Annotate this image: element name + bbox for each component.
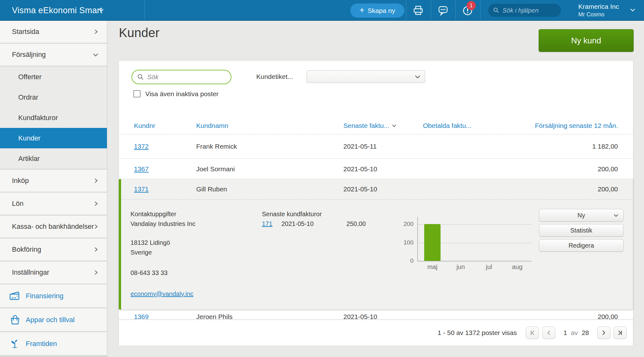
column-header-senaste-faktura[interactable]: Senaste faktu... <box>343 122 423 129</box>
chart-y-axis <box>417 217 418 261</box>
topbar-divider <box>480 0 480 20</box>
statistics-button[interactable]: Statistik <box>539 224 624 237</box>
sidebar-item-kunder[interactable]: Kunder <box>0 128 107 148</box>
next-page-button[interactable] <box>597 327 610 339</box>
chart-x-axis <box>417 261 531 261</box>
of-label: av <box>571 329 578 337</box>
first-page-button[interactable] <box>526 327 539 339</box>
latest-invoice-date: 2021-05-11 <box>343 143 423 150</box>
current-page: 1 <box>564 329 567 337</box>
table-row-expanded[interactable]: 1371 Gill Ruben 2021-05-10 200,00 <box>119 179 633 200</box>
latest-invoice-date: 2021-05-10 <box>343 313 423 320</box>
contact-email-link[interactable]: economy@vandaly.inc <box>130 290 193 297</box>
previous-page-button[interactable] <box>542 327 555 339</box>
customer-number-link[interactable]: 1369 <box>134 313 149 320</box>
column-header-obetalda-fakturor[interactable]: Obetalda faktu... <box>423 122 500 129</box>
page-title: Kunder <box>119 26 159 40</box>
sidebar-item-kassa-och-bankhandelser[interactable]: Kassa- och bankhändelser <box>0 216 107 238</box>
customer-number-link[interactable]: 1367 <box>134 165 149 173</box>
customer-number-link[interactable]: 1371 <box>134 185 149 193</box>
chevron-right-icon <box>93 270 99 275</box>
topbar-divider <box>406 0 406 20</box>
sidebar-item-installningar[interactable]: Inställningar <box>0 261 107 283</box>
sales-12-months: 1 182,00 <box>500 143 618 150</box>
invoice-amount: 250,00 <box>334 219 366 229</box>
customer-detail: Kontaktuppgifter Vandalay Industries Inc… <box>119 200 633 310</box>
expanded-customer-panel: 1371 Gill Ruben 2021-05-10 200,00 Kontak… <box>119 179 633 310</box>
customer-name: Gill Ruben <box>196 185 343 193</box>
topbar-divider <box>455 0 456 20</box>
chat-icon[interactable] <box>438 5 448 16</box>
sidebar-item-startsida[interactable]: Startsida <box>0 21 107 43</box>
customers-card: Kundetiket... Visa även inaktiva poster … <box>119 61 633 346</box>
chevron-down-icon[interactable] <box>98 8 104 13</box>
show-inactive-label: Visa även inaktiva poster <box>145 90 219 98</box>
chevron-down-icon <box>92 52 99 58</box>
sidebar-item-finansiering[interactable]: Finansiering <box>0 284 107 307</box>
sidebar-item-framtiden[interactable]: Framtiden <box>0 332 107 355</box>
invoice-number-link[interactable]: 171 <box>262 219 281 229</box>
contact-info: Kontaktuppgifter Vandalay Industries Inc… <box>130 209 256 299</box>
table-row[interactable]: 1367 Joel Sormani 2021-05-10 200,00 <box>119 159 633 179</box>
app-title: Visma eEkonomi Smart <box>12 6 103 15</box>
edit-button[interactable]: Redigera <box>539 239 624 252</box>
customer-rows: 1372 Frank Remick 2021-05-11 1 182,00 13… <box>119 135 633 320</box>
new-customer-button[interactable]: Ny kund <box>539 29 634 52</box>
app-switcher[interactable]: Visma eEkonomi Smart <box>12 0 103 21</box>
customer-tag-select[interactable] <box>307 70 425 83</box>
sidebar-item-appar-och-tillval[interactable]: Appar och tillval <box>0 308 107 331</box>
chevron-right-icon <box>93 178 99 184</box>
sort-descending-icon <box>392 124 397 128</box>
customer-name: Joel Sormani <box>196 165 343 173</box>
sidebar-item-artiklar[interactable]: Artiklar <box>0 148 107 169</box>
customer-name: Jeroen Phils <box>196 313 343 320</box>
customer-number-link[interactable]: 1372 <box>134 143 149 150</box>
print-icon[interactable] <box>413 5 424 16</box>
pagination-bar: 1 - 50 av 1372 poster visas 1 av 28 <box>119 320 633 346</box>
column-header-kundnamn[interactable]: Kundnamn <box>196 122 343 129</box>
chevron-right-icon <box>93 224 99 229</box>
chart-xtick-label: aug <box>503 263 531 271</box>
sidebar-item-bokforing[interactable]: Bokföring <box>0 239 107 261</box>
customer-search-input[interactable] <box>147 73 219 81</box>
customer-tag-label: Kundetiket... <box>256 73 293 80</box>
invoice-row: 171 2021-05-10 250,00 <box>262 219 366 229</box>
main-content: Kunder Ny kund Kundetiket... Visa även i… <box>107 21 644 357</box>
credit-card-icon <box>9 290 21 302</box>
sidebar-item-ordrar[interactable]: Ordrar <box>0 87 107 107</box>
customer-actions: Ny Statistik Redigera <box>539 209 624 254</box>
chevron-down-icon[interactable] <box>630 8 636 13</box>
table-row[interactable]: 1369 Jeroen Phils 2021-05-10 200,00 <box>119 310 633 320</box>
create-new-button[interactable]: + Skapa ny <box>350 3 404 18</box>
topbar-divider <box>431 0 431 20</box>
chart-xtick-label: jul <box>475 263 503 271</box>
table-row[interactable]: 1372 Frank Remick 2021-05-11 1 182,00 <box>119 135 633 159</box>
sidebar-item-offerter[interactable]: Offerter <box>0 67 107 87</box>
sidebar-item-kundfakturor[interactable]: Kundfakturor <box>0 107 107 128</box>
customer-name: Frank Remick <box>196 143 343 150</box>
sidebar-item-inkop[interactable]: Inköp <box>0 170 107 192</box>
contact-phone: 08-643 33 33 <box>130 268 256 278</box>
help-search-input[interactable] <box>502 7 556 14</box>
chart-ytick-label: 100 <box>400 239 414 246</box>
sidebar-item-forsaljning[interactable]: Försäljning <box>0 44 107 66</box>
chart-xtick-label: jun <box>447 263 475 271</box>
total-pages: 28 <box>582 329 589 337</box>
show-inactive-checkbox[interactable] <box>133 90 141 97</box>
column-header-forsaljning[interactable]: Försäljning senaste 12 mån. <box>500 122 618 129</box>
contact-postal-city: 18132 Lidingö <box>130 238 256 248</box>
chart-bar <box>424 224 441 261</box>
account-menu[interactable]: Kramerica Inc Mr Cosmo <box>578 2 619 18</box>
new-dropdown-button[interactable]: Ny <box>539 209 624 222</box>
sidebar-item-lon[interactable]: Lön <box>0 193 107 215</box>
column-header-kundnr[interactable]: Kundnr <box>134 122 196 129</box>
clipped-row-viewport: 1369 Jeroen Phils 2021-05-10 200,00 <box>119 310 633 320</box>
sprout-icon <box>9 338 21 349</box>
chart-ytick-label: 200 <box>400 220 414 228</box>
pagination-summary: 1 - 50 av 1372 poster visas <box>438 329 517 337</box>
chevron-down-icon <box>613 213 619 218</box>
topbar-divider <box>144 0 145 20</box>
last-page-button[interactable] <box>613 327 627 339</box>
contact-country: Sverige <box>130 248 256 257</box>
chevron-right-icon <box>93 201 99 206</box>
